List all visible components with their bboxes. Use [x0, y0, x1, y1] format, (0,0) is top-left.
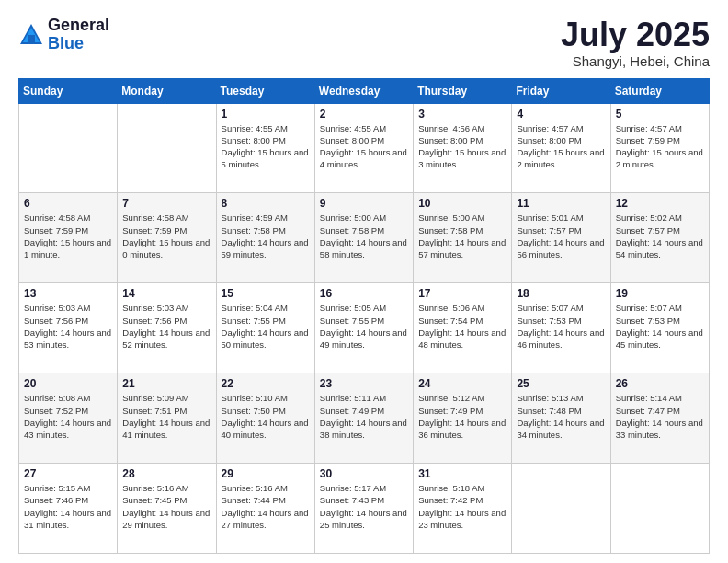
- day-number: 22: [222, 377, 310, 390]
- table-row: [19, 103, 118, 193]
- table-row: 11Sunrise: 5:01 AM Sunset: 7:57 PM Dayli…: [512, 193, 610, 283]
- day-number: 28: [122, 467, 210, 480]
- day-info: Sunrise: 5:00 AM Sunset: 7:58 PM Dayligh…: [320, 212, 408, 260]
- day-info: Sunrise: 5:00 AM Sunset: 7:58 PM Dayligh…: [418, 212, 506, 260]
- table-row: [610, 464, 709, 554]
- day-number: 29: [222, 467, 310, 480]
- location: Shangyi, Hebei, China: [561, 53, 710, 69]
- title-block: July 2025 Shangyi, Hebei, China: [561, 17, 710, 69]
- day-number: 16: [320, 287, 408, 300]
- day-number: 6: [24, 197, 112, 210]
- day-info: Sunrise: 5:15 AM Sunset: 7:46 PM Dayligh…: [24, 482, 112, 531]
- logo-general: General: [48, 17, 109, 35]
- day-info: Sunrise: 4:59 AM Sunset: 7:58 PM Dayligh…: [222, 212, 310, 260]
- calendar-week-row: 6Sunrise: 4:58 AM Sunset: 7:59 PM Daylig…: [19, 193, 710, 283]
- table-row: 3Sunrise: 4:56 AM Sunset: 8:00 PM Daylig…: [414, 103, 512, 193]
- day-number: 8: [222, 197, 310, 210]
- day-info: Sunrise: 5:17 AM Sunset: 7:43 PM Dayligh…: [320, 482, 408, 531]
- col-thursday: Thursday: [414, 78, 512, 103]
- table-row: 13Sunrise: 5:03 AM Sunset: 7:56 PM Dayli…: [19, 283, 118, 373]
- day-info: Sunrise: 5:03 AM Sunset: 7:56 PM Dayligh…: [122, 302, 210, 350]
- table-row: 22Sunrise: 5:10 AM Sunset: 7:50 PM Dayli…: [216, 373, 314, 464]
- day-number: 26: [616, 377, 704, 390]
- calendar-header-row: Sunday Monday Tuesday Wednesday Thursday…: [19, 78, 710, 103]
- table-row: 24Sunrise: 5:12 AM Sunset: 7:49 PM Dayli…: [414, 373, 512, 464]
- day-number: 4: [517, 108, 605, 121]
- day-number: 10: [418, 197, 506, 210]
- day-info: Sunrise: 4:57 AM Sunset: 7:59 PM Dayligh…: [616, 122, 704, 171]
- col-saturday: Saturday: [610, 78, 709, 103]
- table-row: 8Sunrise: 4:59 AM Sunset: 7:58 PM Daylig…: [216, 193, 314, 283]
- logo-icon: [18, 22, 44, 48]
- day-number: 18: [517, 287, 605, 300]
- table-row: 21Sunrise: 5:09 AM Sunset: 7:51 PM Dayli…: [118, 373, 216, 464]
- day-info: Sunrise: 5:07 AM Sunset: 7:53 PM Dayligh…: [517, 302, 605, 350]
- day-info: Sunrise: 4:55 AM Sunset: 8:00 PM Dayligh…: [320, 122, 408, 171]
- day-info: Sunrise: 5:10 AM Sunset: 7:50 PM Dayligh…: [222, 392, 310, 441]
- table-row: 7Sunrise: 4:58 AM Sunset: 7:59 PM Daylig…: [118, 193, 216, 283]
- table-row: 10Sunrise: 5:00 AM Sunset: 7:58 PM Dayli…: [414, 193, 512, 283]
- calendar-week-row: 1Sunrise: 4:55 AM Sunset: 8:00 PM Daylig…: [19, 103, 710, 193]
- day-number: 31: [418, 467, 506, 480]
- table-row: 9Sunrise: 5:00 AM Sunset: 7:58 PM Daylig…: [314, 193, 413, 283]
- day-number: 3: [418, 108, 506, 121]
- month-title: July 2025: [561, 17, 710, 53]
- table-row: 26Sunrise: 5:14 AM Sunset: 7:47 PM Dayli…: [610, 373, 709, 464]
- table-row: 18Sunrise: 5:07 AM Sunset: 7:53 PM Dayli…: [512, 283, 610, 373]
- day-info: Sunrise: 5:07 AM Sunset: 7:53 PM Dayligh…: [616, 302, 704, 350]
- table-row: 1Sunrise: 4:55 AM Sunset: 8:00 PM Daylig…: [216, 103, 314, 193]
- page-header: General Blue July 2025 Shangyi, Hebei, C…: [18, 17, 710, 69]
- day-info: Sunrise: 5:03 AM Sunset: 7:56 PM Dayligh…: [24, 302, 112, 350]
- table-row: 27Sunrise: 5:15 AM Sunset: 7:46 PM Dayli…: [19, 464, 118, 554]
- table-row: [118, 103, 216, 193]
- day-number: 27: [24, 467, 112, 480]
- day-number: 30: [320, 467, 408, 480]
- day-info: Sunrise: 5:14 AM Sunset: 7:47 PM Dayligh…: [616, 392, 704, 441]
- day-number: 5: [616, 108, 704, 121]
- day-info: Sunrise: 5:05 AM Sunset: 7:55 PM Dayligh…: [320, 302, 408, 350]
- table-row: 19Sunrise: 5:07 AM Sunset: 7:53 PM Dayli…: [610, 283, 709, 373]
- table-row: 30Sunrise: 5:17 AM Sunset: 7:43 PM Dayli…: [314, 464, 413, 554]
- logo-text: General Blue: [48, 17, 109, 53]
- day-info: Sunrise: 5:02 AM Sunset: 7:57 PM Dayligh…: [616, 212, 704, 260]
- table-row: [512, 464, 610, 554]
- col-wednesday: Wednesday: [314, 78, 413, 103]
- day-number: 13: [24, 287, 112, 300]
- day-info: Sunrise: 4:55 AM Sunset: 8:00 PM Dayligh…: [222, 122, 310, 171]
- day-info: Sunrise: 5:01 AM Sunset: 7:57 PM Dayligh…: [517, 212, 605, 260]
- day-number: 1: [222, 108, 310, 121]
- day-number: 9: [320, 197, 408, 210]
- table-row: 6Sunrise: 4:58 AM Sunset: 7:59 PM Daylig…: [19, 193, 118, 283]
- table-row: 23Sunrise: 5:11 AM Sunset: 7:49 PM Dayli…: [314, 373, 413, 464]
- day-number: 7: [122, 197, 210, 210]
- logo: General Blue: [18, 17, 109, 53]
- table-row: 20Sunrise: 5:08 AM Sunset: 7:52 PM Dayli…: [19, 373, 118, 464]
- logo-blue: Blue: [48, 35, 109, 53]
- day-info: Sunrise: 5:04 AM Sunset: 7:55 PM Dayligh…: [222, 302, 310, 350]
- day-info: Sunrise: 5:16 AM Sunset: 7:44 PM Dayligh…: [222, 482, 310, 531]
- calendar-week-row: 20Sunrise: 5:08 AM Sunset: 7:52 PM Dayli…: [19, 373, 710, 464]
- table-row: 4Sunrise: 4:57 AM Sunset: 8:00 PM Daylig…: [512, 103, 610, 193]
- col-tuesday: Tuesday: [216, 78, 314, 103]
- table-row: 14Sunrise: 5:03 AM Sunset: 7:56 PM Dayli…: [118, 283, 216, 373]
- day-info: Sunrise: 4:57 AM Sunset: 8:00 PM Dayligh…: [517, 122, 605, 171]
- col-monday: Monday: [118, 78, 216, 103]
- day-info: Sunrise: 5:16 AM Sunset: 7:45 PM Dayligh…: [122, 482, 210, 531]
- table-row: 31Sunrise: 5:18 AM Sunset: 7:42 PM Dayli…: [414, 464, 512, 554]
- day-number: 23: [320, 377, 408, 390]
- day-number: 12: [616, 197, 704, 210]
- svg-rect-2: [28, 35, 35, 42]
- table-row: 15Sunrise: 5:04 AM Sunset: 7:55 PM Dayli…: [216, 283, 314, 373]
- col-sunday: Sunday: [19, 78, 118, 103]
- day-number: 25: [517, 377, 605, 390]
- day-number: 20: [24, 377, 112, 390]
- day-info: Sunrise: 5:18 AM Sunset: 7:42 PM Dayligh…: [418, 482, 506, 531]
- day-number: 15: [222, 287, 310, 300]
- calendar-week-row: 27Sunrise: 5:15 AM Sunset: 7:46 PM Dayli…: [19, 464, 710, 554]
- table-row: 29Sunrise: 5:16 AM Sunset: 7:44 PM Dayli…: [216, 464, 314, 554]
- day-number: 21: [122, 377, 210, 390]
- table-row: 16Sunrise: 5:05 AM Sunset: 7:55 PM Dayli…: [314, 283, 413, 373]
- day-info: Sunrise: 4:58 AM Sunset: 7:59 PM Dayligh…: [122, 212, 210, 260]
- day-info: Sunrise: 4:56 AM Sunset: 8:00 PM Dayligh…: [418, 122, 506, 171]
- day-info: Sunrise: 5:09 AM Sunset: 7:51 PM Dayligh…: [122, 392, 210, 441]
